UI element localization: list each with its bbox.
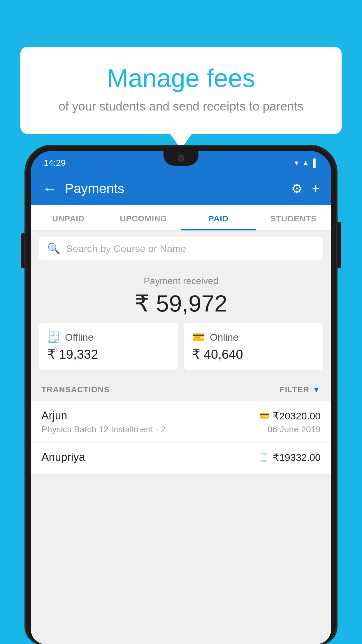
- search-bar[interactable]: 🔍 Search by Course or Name: [39, 237, 323, 260]
- transaction-amount: ₹19332.00: [273, 452, 321, 463]
- app-bar: ← Payments ⚙ +: [31, 172, 331, 205]
- search-placeholder: Search by Course or Name: [66, 243, 186, 254]
- online-label: Online: [210, 332, 238, 343]
- course-name: Physics Batch 12 Installment - 2: [41, 424, 166, 434]
- app-bar-actions: ⚙ +: [291, 181, 319, 196]
- student-name: Arjun: [41, 410, 67, 422]
- filter-icon: ▼: [312, 385, 321, 394]
- phone-content: 14:29 ▾ ▲ ▌ ← Payments ⚙ +: [31, 151, 331, 644]
- settings-button[interactable]: ⚙: [291, 181, 303, 196]
- bubble-subtitle: of your students and send receipts to pa…: [41, 99, 321, 113]
- content-area: 🔍 Search by Course or Name Payment recei…: [31, 231, 331, 644]
- student-name: Anupriya: [41, 451, 85, 463]
- offline-card: 🧾 Offline ₹ 19,332: [39, 323, 178, 370]
- online-icon: 💳: [192, 331, 205, 343]
- card-payment-icon: 💳: [259, 411, 269, 421]
- tab-unpaid[interactable]: UNPAID: [31, 205, 106, 230]
- speech-bubble: Manage fees of your students and send re…: [20, 47, 342, 134]
- camera: [178, 155, 184, 162]
- tab-students[interactable]: STUDENTS: [256, 205, 331, 230]
- transactions-label: TRANSACTIONS: [41, 385, 110, 394]
- transaction-amount-container: 💳 ₹20320.00: [259, 410, 321, 422]
- phone-inner: 14:29 ▾ ▲ ▌ ← Payments ⚙ +: [31, 151, 331, 644]
- offline-label: Offline: [65, 332, 94, 343]
- tab-upcoming[interactable]: UPCOMING: [106, 205, 181, 230]
- payment-total-amount: ₹ 59,972: [39, 290, 323, 317]
- tab-paid[interactable]: PAID: [181, 205, 256, 230]
- wifi-icon: ▾: [295, 158, 298, 167]
- payment-summary: Payment received ₹ 59,972: [31, 266, 331, 323]
- phone-container: 14:29 ▾ ▲ ▌ ← Payments ⚙ +: [26, 146, 336, 644]
- tabs-container: UNPAID UPCOMING PAID STUDENTS: [31, 205, 331, 231]
- online-amount: ₹ 40,640: [192, 347, 315, 362]
- bubble-title: Manage fees: [41, 64, 321, 92]
- filter-label: FILTER: [280, 385, 309, 394]
- filter-button[interactable]: FILTER ▼: [280, 385, 321, 394]
- transactions-header: TRANSACTIONS FILTER ▼: [31, 378, 331, 401]
- payment-received-label: Payment received: [39, 276, 323, 286]
- search-icon: 🔍: [47, 242, 60, 255]
- back-button[interactable]: ←: [43, 181, 57, 197]
- phone-notch: [164, 151, 198, 166]
- payment-cards: 🧾 Offline ₹ 19,332 💳 Online ₹ 40,640: [31, 323, 331, 378]
- transaction-amount: ₹20320.00: [273, 410, 321, 422]
- phone-outer: 14:29 ▾ ▲ ▌ ← Payments ⚙ +: [26, 146, 336, 644]
- transaction-date: 06 June 2019: [268, 424, 321, 434]
- offline-amount: ₹ 19,332: [47, 347, 170, 362]
- table-row[interactable]: Arjun 💳 ₹20320.00 Physics Batch 12 Insta…: [31, 401, 331, 443]
- app-title: Payments: [65, 181, 283, 196]
- offline-payment-icon: 🧾: [259, 452, 269, 462]
- status-icons: ▾ ▲ ▌: [295, 158, 318, 167]
- battery-icon: ▌: [313, 158, 318, 167]
- signal-icon: ▲: [302, 158, 310, 167]
- online-card: 💳 Online ₹ 40,640: [184, 323, 323, 370]
- transaction-amount-container: 🧾 ₹19332.00: [259, 452, 321, 463]
- table-row[interactable]: Anupriya 🧾 ₹19332.00: [31, 443, 331, 474]
- status-time: 14:29: [44, 158, 66, 168]
- speech-bubble-container: Manage fees of your students and send re…: [20, 47, 342, 134]
- add-button[interactable]: +: [312, 181, 319, 196]
- offline-icon: 🧾: [47, 331, 60, 343]
